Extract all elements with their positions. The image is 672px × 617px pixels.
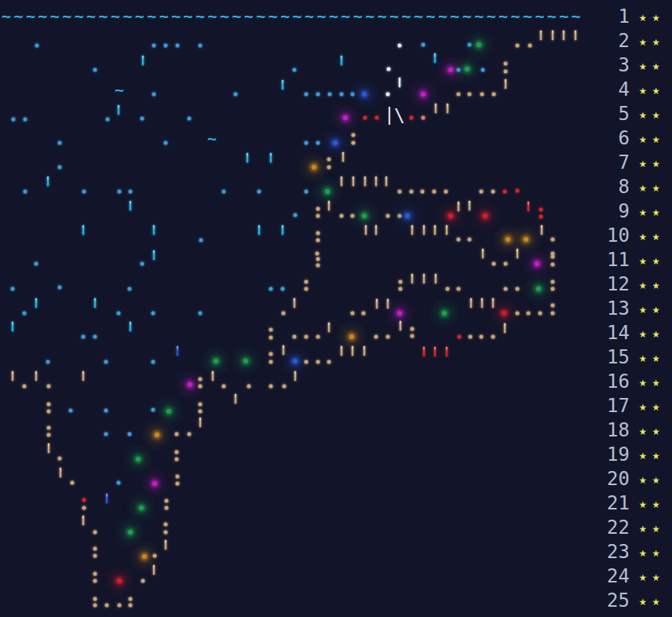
firework-burst — [136, 457, 141, 462]
firework-burst — [343, 115, 348, 120]
level-stars: ★★ — [639, 199, 665, 224]
spark-dot — [516, 44, 520, 48]
spark-dot — [316, 214, 320, 218]
spark-streak — [165, 540, 167, 550]
spark-dot — [269, 360, 273, 364]
spark-dot — [282, 312, 286, 316]
spark-dot — [316, 252, 320, 256]
level-number: 24 — [607, 564, 630, 589]
spark-streak — [541, 225, 543, 235]
level-row: 10★★ — [0, 224, 672, 248]
spark-dot — [199, 410, 203, 414]
spark-streak — [528, 202, 530, 212]
spark-dot — [386, 335, 390, 339]
spark-dot — [199, 403, 203, 407]
level-row: 4★★ — [0, 78, 672, 102]
spark-dot — [551, 287, 555, 291]
spark-streak — [82, 371, 85, 382]
spark-dot — [175, 433, 179, 436]
spark-dot — [539, 312, 542, 316]
spark-dot — [199, 385, 203, 389]
spark-streak — [60, 468, 62, 478]
level-number: 12 — [607, 272, 630, 297]
spark-dot — [504, 70, 508, 74]
level-stars: ★★ — [639, 443, 665, 467]
spark-dot — [293, 68, 297, 72]
spark-streak — [142, 56, 144, 66]
spark-streak — [294, 371, 297, 382]
spark-dot — [516, 287, 520, 291]
spark-streak — [294, 298, 296, 308]
spark-dot — [281, 287, 285, 291]
firework-burst — [502, 311, 506, 316]
level-row: 19★★ — [0, 443, 672, 467]
firework-burst — [405, 214, 410, 218]
spark-streak — [552, 31, 554, 41]
spark-dot — [539, 215, 543, 219]
spark-dot — [492, 93, 496, 97]
spark-streak — [363, 346, 366, 356]
spark-streak — [118, 105, 120, 115]
level-stars: ★★ — [639, 126, 665, 151]
spark-dot — [444, 190, 448, 194]
spark-dot — [129, 597, 133, 601]
spark-streak — [411, 225, 414, 235]
level-stars: ★★ — [639, 589, 665, 613]
wave-glyph: ~ — [115, 82, 124, 97]
firework-burst — [421, 92, 425, 97]
spark-dot — [129, 604, 133, 608]
spark-dot — [58, 141, 62, 145]
spark-dot — [141, 579, 145, 583]
spark-dot — [398, 190, 402, 194]
rocket-trail-slash: \ — [394, 107, 405, 125]
firework-burst — [142, 554, 147, 559]
spark-dot — [352, 141, 356, 145]
level-stars: ★★ — [639, 394, 665, 418]
spark-streak — [283, 345, 285, 356]
spark-dot — [504, 62, 508, 66]
spark-dot — [422, 116, 425, 120]
level-row: 6★★ — [0, 126, 672, 151]
spark-dot — [152, 93, 156, 97]
level-stars: ★★ — [639, 151, 665, 175]
spark-dot — [199, 239, 203, 243]
spark-dot — [328, 93, 332, 97]
spark-dot — [269, 328, 273, 332]
spark-dot — [269, 336, 273, 340]
spark-dot — [327, 158, 331, 162]
spark-dot — [457, 287, 461, 291]
level-number: 19 — [607, 443, 630, 467]
level-stars: ★★ — [639, 491, 665, 516]
spark-dot — [551, 238, 555, 242]
spark-streak — [270, 153, 272, 163]
level-number: 17 — [607, 394, 630, 418]
firework-burst — [536, 287, 541, 291]
spark-dot — [458, 335, 462, 339]
firework-burst — [349, 334, 354, 339]
spark-dot — [93, 335, 97, 339]
spark-dot — [35, 44, 39, 48]
spark-dot — [551, 304, 555, 308]
spark-streak — [82, 516, 85, 526]
spark-dot — [399, 280, 403, 284]
spark-dot — [457, 93, 461, 97]
level-row: 7★★ — [0, 151, 672, 175]
spark-dot — [93, 547, 97, 551]
spark-dot — [469, 335, 473, 339]
level-number: 14 — [607, 321, 630, 345]
spark-streak — [435, 274, 437, 284]
spark-streak — [434, 225, 436, 235]
spark-dot — [222, 190, 226, 194]
spark-dot — [422, 43, 425, 47]
level-row: 24★★ — [0, 564, 672, 589]
spark-dot — [316, 239, 320, 243]
spark-streak — [423, 274, 425, 284]
level-number: 11 — [607, 248, 630, 272]
spark-dot — [141, 117, 144, 121]
spark-dot — [503, 190, 507, 194]
firework-burst — [312, 165, 316, 170]
spark-dot — [23, 312, 27, 316]
spark-dot — [117, 481, 121, 485]
level-number: 15 — [607, 345, 630, 370]
spark-dot — [551, 280, 555, 284]
